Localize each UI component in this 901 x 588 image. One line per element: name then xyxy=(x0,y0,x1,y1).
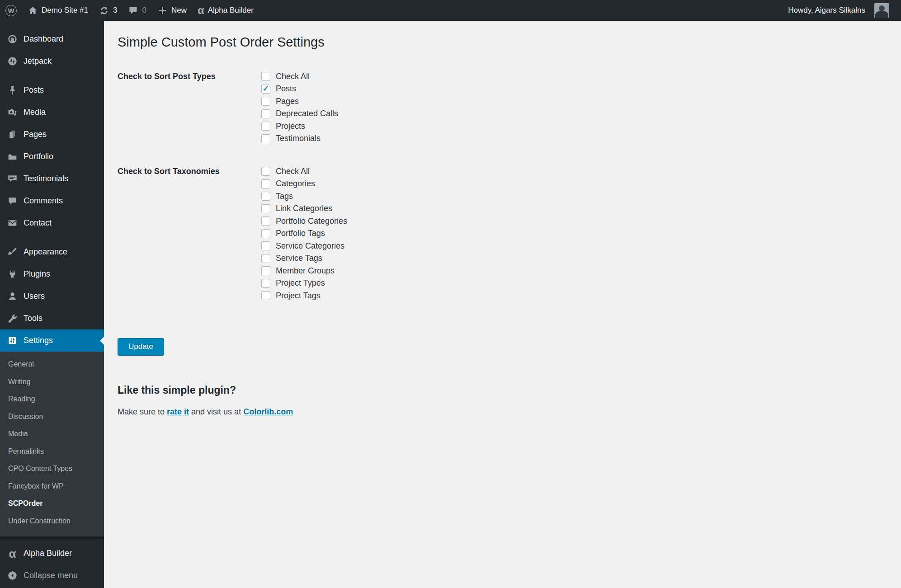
checkbox-row[interactable]: Portfolio Categories xyxy=(261,215,347,228)
settings-submenu-item[interactable]: Fancybox for WP xyxy=(0,478,104,495)
rate-it-link[interactable]: rate it xyxy=(167,407,189,416)
sidebar-item-pages[interactable]: Pages xyxy=(0,123,104,146)
checkbox-label[interactable]: Check All xyxy=(276,167,310,176)
checkbox-label[interactable]: Check All xyxy=(276,72,310,81)
checkbox[interactable] xyxy=(261,167,270,176)
checkbox[interactable] xyxy=(261,134,270,143)
checkbox-row[interactable]: Member Groups xyxy=(261,265,347,278)
checkbox-row[interactable]: Service Categories xyxy=(261,240,347,253)
new-content-menu[interactable]: New xyxy=(152,0,192,21)
checkbox-label[interactable]: Pages xyxy=(276,97,299,106)
page-title: Simple Custom Post Order Settings xyxy=(118,34,892,51)
settings-submenu-item[interactable]: Discussion xyxy=(0,408,104,426)
checkbox-row[interactable]: Project Types xyxy=(261,277,347,290)
checkbox[interactable] xyxy=(261,72,270,81)
post-types-row: Check to Sort Post Types Check All Posts… xyxy=(118,71,892,145)
sidebar-item-settings[interactable]: Settings xyxy=(0,329,104,352)
howdy-label: Howdy, Aigars Silkalns xyxy=(783,6,870,15)
collapse-menu-button[interactable]: Collapse menu xyxy=(0,564,104,587)
checkbox-row[interactable]: Posts xyxy=(261,83,338,95)
checkbox[interactable] xyxy=(261,291,270,300)
checkbox[interactable] xyxy=(261,192,270,201)
settings-submenu-item[interactable]: SCPOrder xyxy=(0,495,104,513)
checkbox-row[interactable]: Pages xyxy=(261,95,338,108)
comments-menu[interactable]: 0 xyxy=(123,0,151,21)
sidebar-item-media[interactable]: Media xyxy=(0,101,104,123)
checkbox-label[interactable]: Projects xyxy=(276,122,305,131)
checkbox[interactable] xyxy=(261,97,270,106)
checkbox[interactable] xyxy=(261,179,270,188)
settings-submenu-item[interactable]: Reading xyxy=(0,390,104,408)
checkbox-label[interactable]: Service Categories xyxy=(276,241,344,251)
pages-icon xyxy=(7,129,18,140)
sidebar-item-tools[interactable]: Tools xyxy=(0,307,104,329)
checkbox-label[interactable]: Member Groups xyxy=(276,266,335,276)
checkbox-label[interactable]: Testimonials xyxy=(276,134,321,143)
checkbox-label[interactable]: Project Tags xyxy=(276,291,321,301)
checkbox[interactable] xyxy=(261,109,270,118)
alpha-icon: α xyxy=(7,548,18,560)
update-button[interactable]: Update xyxy=(118,338,164,355)
checkbox-label[interactable]: Posts xyxy=(276,84,296,94)
checkbox-label[interactable]: Project Types xyxy=(276,278,325,288)
settings-submenu-item[interactable]: CPO Content Types xyxy=(0,460,104,478)
settings-submenu-item[interactable]: Writing xyxy=(0,373,104,391)
checkbox-row[interactable]: Link Categories xyxy=(261,202,347,215)
checkbox[interactable] xyxy=(261,279,270,288)
sidebar-item-label: Tools xyxy=(24,314,42,323)
sidebar-item-users[interactable]: Users xyxy=(0,285,104,307)
comment-bubble-icon xyxy=(128,5,138,16)
sidebar-item-jetpack[interactable]: Jetpack xyxy=(0,50,104,72)
checkbox-row[interactable]: Deprecated Calls xyxy=(261,108,338,120)
checkbox-label[interactable]: Service Tags xyxy=(276,254,322,263)
colorlib-link[interactable]: Colorlib.com xyxy=(243,407,293,416)
wordpress-logo-menu[interactable]: W xyxy=(0,0,22,21)
checkbox[interactable] xyxy=(261,216,270,226)
updates-refresh-icon xyxy=(99,5,109,16)
checkbox[interactable] xyxy=(261,204,270,213)
sidebar-item-appearance[interactable]: Appearance xyxy=(0,241,104,263)
account-menu[interactable]: Howdy, Aigars Silkalns xyxy=(778,0,901,21)
updates-menu[interactable]: 3 xyxy=(94,0,123,21)
settings-submenu: General Writing Reading Discussion Media… xyxy=(0,352,104,536)
checkbox[interactable] xyxy=(261,229,270,238)
sidebar-item-testimonials[interactable]: Testimonials xyxy=(0,168,104,190)
checkbox[interactable] xyxy=(261,85,270,94)
checkbox-label[interactable]: Deprecated Calls xyxy=(276,109,338,118)
checkbox[interactable] xyxy=(261,266,270,275)
site-name-menu[interactable]: Demo Site #1 xyxy=(22,0,94,21)
checkbox-label[interactable]: Tags xyxy=(276,192,293,201)
checkbox-label[interactable]: Portfolio Tags xyxy=(276,229,325,238)
sidebar-item-portfolio[interactable]: Portfolio xyxy=(0,146,104,168)
alpha-builder-toolbar-menu[interactable]: α Alpha Builder xyxy=(192,0,259,21)
settings-submenu-item[interactable]: General xyxy=(0,356,104,373)
checkbox[interactable] xyxy=(261,241,270,250)
sidebar-item-posts[interactable]: Posts xyxy=(0,79,104,101)
checkbox-row[interactable]: Tags xyxy=(261,190,347,203)
checkbox-label[interactable]: Categories xyxy=(276,179,315,188)
settings-submenu-item[interactable]: Under Construction xyxy=(0,513,104,530)
comments-count: 0 xyxy=(142,6,146,15)
footer-text: Make sure to rate it and visit us at Col… xyxy=(118,407,892,417)
checkbox-row[interactable]: Testimonials xyxy=(261,132,338,145)
checkbox-row[interactable]: Projects xyxy=(261,120,338,133)
checkbox-row[interactable]: Service Tags xyxy=(261,252,347,265)
checkbox[interactable] xyxy=(261,254,270,263)
settings-submenu-item[interactable]: Media xyxy=(0,425,104,443)
sidebar-item-comments[interactable]: Comments xyxy=(0,190,104,212)
checkbox-label[interactable]: Portfolio Categories xyxy=(276,216,347,226)
settings-submenu-item[interactable]: Permalinks xyxy=(0,443,104,461)
collapse-arrow-icon xyxy=(7,570,18,581)
checkbox-row[interactable]: Categories xyxy=(261,178,347,190)
sidebar-item-label: Pages xyxy=(24,130,47,139)
sidebar-item-alpha-builder[interactable]: α Alpha Builder xyxy=(0,542,104,564)
checkbox[interactable] xyxy=(261,122,270,131)
sidebar-item-plugins[interactable]: Plugins xyxy=(0,263,104,285)
checkbox-label[interactable]: Link Categories xyxy=(276,204,332,213)
checkbox-row[interactable]: Project Tags xyxy=(261,290,347,302)
checkbox-row[interactable]: Check All xyxy=(261,165,347,178)
sidebar-item-contact[interactable]: Contact xyxy=(0,212,104,234)
sidebar-item-dashboard[interactable]: Dashboard xyxy=(0,28,104,50)
checkbox-row[interactable]: Check All xyxy=(261,71,338,83)
checkbox-row[interactable]: Portfolio Tags xyxy=(261,227,347,240)
